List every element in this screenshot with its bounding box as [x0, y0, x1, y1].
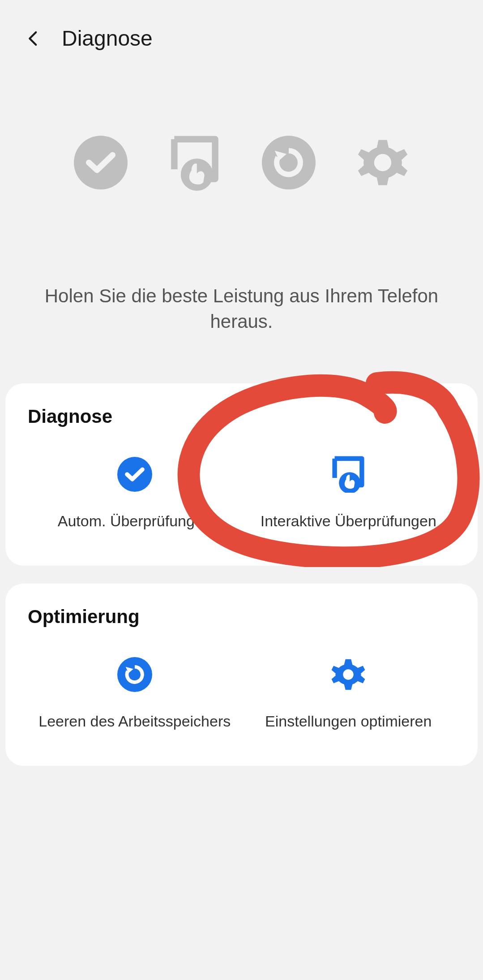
optimize-card: Optimierung Leeren des Arbeitsspeichers …	[5, 584, 478, 766]
svg-point-6	[117, 657, 152, 692]
chevron-left-icon	[24, 29, 43, 48]
section-title-diagnose: Diagnose	[28, 406, 455, 427]
touch-screen-icon	[168, 136, 222, 189]
svg-point-3	[374, 154, 391, 171]
clear-memory-tile[interactable]: Leeren des Arbeitsspeichers	[28, 657, 242, 730]
hero-subtitle: Holen Sie die beste Leistung aus Ihrem T…	[0, 284, 483, 334]
check-circle-icon	[117, 456, 153, 492]
svg-point-7	[343, 670, 354, 680]
optimize-settings-tile[interactable]: Einstellungen optimieren	[242, 657, 456, 730]
refresh-circle-icon	[262, 136, 316, 189]
interactive-checks-tile[interactable]: Interaktive Überprüfungen	[242, 456, 456, 530]
refresh-circle-icon	[117, 657, 153, 692]
hero-section: Holen Sie die beste Leistung aus Ihrem T…	[0, 51, 483, 334]
gear-icon	[356, 136, 410, 189]
svg-point-2	[262, 136, 316, 189]
tile-label: Leeren des Arbeitsspeichers	[38, 713, 231, 730]
page-title: Diagnose	[62, 26, 153, 51]
check-circle-icon	[74, 136, 128, 189]
tile-label: Einstellungen optimieren	[265, 713, 432, 730]
back-button[interactable]	[22, 27, 45, 50]
header: Diagnose	[0, 0, 483, 51]
touch-screen-icon	[330, 456, 366, 492]
diagnose-card: Diagnose Autom. Überprüfungen Interaktiv	[5, 383, 478, 566]
auto-checks-tile[interactable]: Autom. Überprüfungen	[28, 456, 242, 530]
section-title-optimize: Optimierung	[28, 606, 455, 628]
tile-label: Interaktive Überprüfungen	[261, 512, 436, 530]
tile-label: Autom. Überprüfungen	[58, 512, 212, 530]
gear-icon	[330, 657, 366, 692]
hero-icon-row	[0, 136, 483, 189]
